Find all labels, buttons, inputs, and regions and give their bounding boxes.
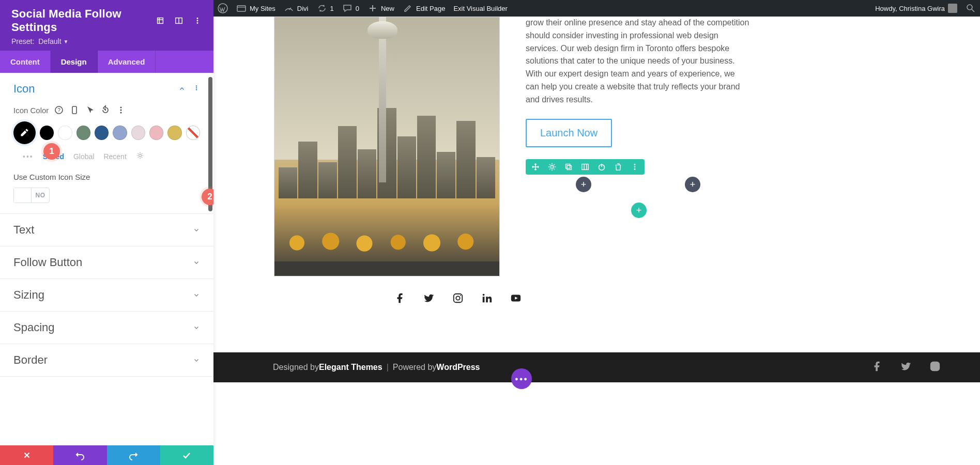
svg-point-38 <box>456 296 460 300</box>
section-header-spacing[interactable]: Spacing <box>0 312 213 344</box>
section-text: Text <box>0 214 213 246</box>
responsive-icon[interactable] <box>69 105 80 115</box>
module-more-icon[interactable] <box>630 162 639 172</box>
section-header-sizing[interactable]: Sizing <box>0 279 213 311</box>
help-icon[interactable]: ? <box>54 105 64 115</box>
refresh-icon <box>317 3 327 13</box>
svg-point-21 <box>120 109 122 111</box>
exit-vb-link[interactable]: Exit Visual Builder <box>449 0 512 17</box>
swatch-black[interactable] <box>40 126 54 140</box>
svg-point-22 <box>120 112 122 113</box>
hover-icon[interactable] <box>85 105 95 115</box>
svg-rect-19 <box>72 106 76 114</box>
option-more-icon[interactable] <box>116 105 126 115</box>
swatch-periwinkle[interactable] <box>113 126 127 140</box>
chevron-down-icon <box>193 357 200 364</box>
footer-brand-link[interactable]: Elegant Themes <box>319 363 382 372</box>
section-header-text[interactable]: Text <box>0 214 213 246</box>
tab-advanced[interactable]: Advanced <box>98 51 156 73</box>
footer-wp-link[interactable]: WordPress <box>436 363 480 372</box>
swatch-blush[interactable] <box>131 126 145 140</box>
svg-point-44 <box>933 364 937 368</box>
site-name-menu[interactable]: Divi <box>280 0 313 17</box>
youtube-icon[interactable] <box>510 292 522 304</box>
palette-recent-link[interactable]: Recent <box>103 152 126 161</box>
footer-facebook-icon[interactable] <box>871 361 883 374</box>
add-row[interactable]: + <box>631 203 647 218</box>
reset-icon[interactable] <box>100 105 111 115</box>
duplicate-icon[interactable] <box>564 162 573 172</box>
swatch-navy[interactable] <box>95 126 109 140</box>
section-more-icon[interactable] <box>193 84 200 94</box>
section-header-border[interactable]: Border <box>0 344 213 376</box>
module-toolbar <box>526 159 645 175</box>
panel-tabs: Content Design Advanced <box>0 51 213 73</box>
redo-button[interactable] <box>107 445 160 465</box>
facebook-icon[interactable] <box>394 292 406 304</box>
chevron-down-icon <box>193 259 200 266</box>
svg-point-35 <box>634 166 636 168</box>
edit-page-link[interactable]: Edit Page <box>399 0 449 17</box>
power-icon[interactable] <box>597 162 606 172</box>
wordpress-icon <box>218 3 228 13</box>
svg-point-41 <box>483 294 485 296</box>
palette-settings-icon[interactable] <box>136 151 144 161</box>
gear-icon[interactable] <box>547 162 557 172</box>
section-border: Border <box>0 344 213 377</box>
swatch-pink[interactable] <box>149 126 163 140</box>
launch-now-button[interactable]: Launch Now <box>526 119 612 147</box>
cancel-button[interactable] <box>0 445 53 465</box>
swatch-none[interactable] <box>186 126 200 140</box>
more-icon[interactable] <box>193 16 202 25</box>
save-button[interactable] <box>160 445 213 465</box>
new-menu[interactable]: New <box>363 0 399 17</box>
toggle-custom-size[interactable]: NO <box>13 188 50 203</box>
columns-icon[interactable] <box>174 16 183 25</box>
updates-menu[interactable]: 1 <box>313 0 338 17</box>
eyedropper-swatch[interactable] <box>13 121 36 144</box>
swatch-white[interactable] <box>58 126 72 140</box>
preset-selector[interactable]: Preset: Default ▼ <box>11 37 202 45</box>
expand-icon[interactable] <box>156 16 165 25</box>
footer-instagram-icon[interactable] <box>929 361 941 374</box>
tab-design[interactable]: Design <box>51 51 98 73</box>
adminbar-search[interactable] <box>961 0 980 17</box>
undo-button[interactable] <box>53 445 106 465</box>
swatch-sage[interactable] <box>76 126 90 140</box>
linkedin-icon[interactable] <box>481 292 493 304</box>
palette-global-link[interactable]: Global <box>73 152 94 161</box>
account-menu[interactable]: Howdy, Christina Gwira <box>871 0 961 17</box>
tab-content[interactable]: Content <box>0 51 51 73</box>
my-sites-menu[interactable]: My Sites <box>232 0 280 17</box>
my-sites-label: My Sites <box>250 5 275 12</box>
search-icon <box>966 3 976 13</box>
chevron-down-icon: ▼ <box>64 39 69 44</box>
chevron-down-icon <box>193 226 200 234</box>
section-title-icon: Icon <box>13 82 35 96</box>
section-title-follow: Follow Button <box>13 256 82 269</box>
svg-point-6 <box>967 5 972 10</box>
preset-label: Preset: <box>11 37 34 45</box>
comments-menu[interactable]: 0 <box>338 0 363 17</box>
builder-fab[interactable]: ●●● <box>511 368 532 389</box>
section-header-follow[interactable]: Follow Button <box>0 246 213 278</box>
trash-icon[interactable] <box>614 162 623 172</box>
svg-point-23 <box>139 154 141 157</box>
swatch-gold[interactable] <box>167 126 181 140</box>
option-icon-color: Icon Color ? <box>0 105 213 171</box>
add-module-left[interactable]: + <box>576 177 591 192</box>
instagram-icon[interactable] <box>452 292 464 304</box>
twitter-icon[interactable] <box>423 292 435 304</box>
svg-rect-37 <box>454 294 463 303</box>
svg-rect-40 <box>483 297 485 302</box>
palette-more-icon[interactable]: ••• <box>23 152 34 161</box>
move-icon[interactable] <box>531 162 540 172</box>
svg-point-20 <box>120 106 122 108</box>
section-header-icon[interactable]: Icon <box>0 73 213 105</box>
wp-logo-menu[interactable] <box>213 0 232 17</box>
save-library-icon[interactable] <box>580 162 590 172</box>
add-module-right[interactable]: + <box>685 177 700 192</box>
footer-twitter-icon[interactable] <box>900 361 912 374</box>
option-use-custom-size: Use Custom Icon Size NO <box>0 171 213 213</box>
svg-point-39 <box>460 295 461 296</box>
